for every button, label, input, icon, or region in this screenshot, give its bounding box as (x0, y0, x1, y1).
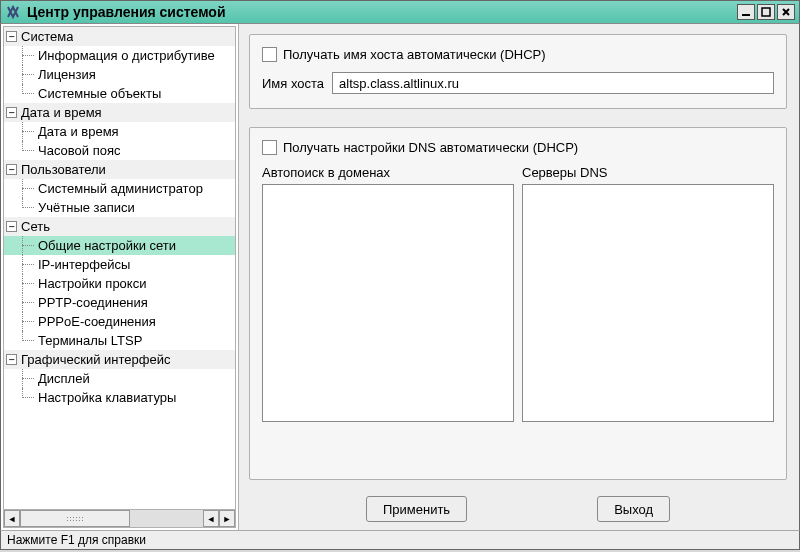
search-domains-listbox[interactable] (262, 184, 514, 422)
tree-item-label: Системные объекты (38, 86, 161, 101)
dns-servers-label: Серверы DNS (522, 165, 774, 180)
tree-item[interactable]: Учётные записи (4, 198, 235, 217)
nav-tree[interactable]: СистемаИнформация о дистрибутивеЛицензия… (3, 26, 236, 510)
tree-item[interactable]: Системный администратор (4, 179, 235, 198)
tree-item[interactable]: Системные объекты (4, 84, 235, 103)
tree-category[interactable]: Система (4, 27, 235, 46)
scroll-left2-button[interactable]: ◄ (203, 510, 219, 527)
close-button[interactable] (777, 4, 795, 20)
tree-category-label: Дата и время (21, 105, 102, 120)
tree-item-label: Настройка клавиатуры (38, 390, 176, 405)
tree-item-label: Терминалы LTSP (38, 333, 142, 348)
tree-branch-icon (18, 84, 38, 103)
tree-item[interactable]: IP-интерфейсы (4, 255, 235, 274)
dhcp-hostname-checkbox[interactable] (262, 47, 277, 62)
apply-button[interactable]: Применить (366, 496, 467, 522)
tree-item[interactable]: PPPoE-соединения (4, 312, 235, 331)
tree-item-label: Дата и время (38, 124, 119, 139)
tree-item-label: Дисплей (38, 371, 90, 386)
titlebar: Центр управления системой (0, 0, 800, 24)
tree-branch-icon (18, 65, 38, 84)
tree-item[interactable]: Настройки прокси (4, 274, 235, 293)
tree-category-label: Пользователи (21, 162, 106, 177)
scroll-right-button[interactable]: ► (219, 510, 235, 527)
tree-category-label: Система (21, 29, 73, 44)
main-panel: Получать имя хоста автоматически (DHCP) … (239, 24, 799, 530)
expand-icon[interactable] (6, 354, 17, 365)
status-help-text: Нажмите F1 для справки (7, 533, 146, 547)
tree-category-label: Графический интерфейс (21, 352, 170, 367)
svg-rect-1 (762, 8, 770, 16)
tree-item[interactable]: PPTP-соединения (4, 293, 235, 312)
tree-category[interactable]: Пользователи (4, 160, 235, 179)
tree-branch-icon (18, 141, 38, 160)
scroll-left-button[interactable]: ◄ (4, 510, 20, 527)
tree-item[interactable]: Часовой пояс (4, 141, 235, 160)
tree-item-label: Часовой пояс (38, 143, 120, 158)
search-domains-label: Автопоиск в доменах (262, 165, 514, 180)
tree-item-label: PPTP-соединения (38, 295, 148, 310)
tree-branch-icon (18, 274, 38, 293)
expand-icon[interactable] (6, 31, 17, 42)
sidebar: СистемаИнформация о дистрибутивеЛицензия… (1, 24, 239, 530)
tree-item-label: Настройки прокси (38, 276, 146, 291)
scroll-track[interactable] (20, 510, 203, 527)
statusbar: Нажмите F1 для справки (0, 530, 800, 550)
tree-branch-icon (18, 312, 38, 331)
expand-icon[interactable] (6, 221, 17, 232)
app-icon (5, 4, 21, 20)
window-title: Центр управления системой (27, 4, 735, 20)
maximize-button[interactable] (757, 4, 775, 20)
hostname-label: Имя хоста (262, 76, 324, 91)
tree-branch-icon (18, 179, 38, 198)
tree-item[interactable]: Дата и время (4, 122, 235, 141)
dhcp-hostname-label: Получать имя хоста автоматически (DHCP) (283, 47, 546, 62)
tree-item[interactable]: Информация о дистрибутиве (4, 46, 235, 65)
tree-branch-icon (18, 388, 38, 407)
hostname-group: Получать имя хоста автоматически (DHCP) … (249, 34, 787, 109)
tree-item[interactable]: Общие настройки сети (4, 236, 235, 255)
exit-button[interactable]: Выход (597, 496, 670, 522)
horizontal-scrollbar[interactable]: ◄ ◄ ► (3, 510, 236, 528)
dns-group: Получать настройки DNS автоматически (DH… (249, 127, 787, 480)
tree-item[interactable]: Настройка клавиатуры (4, 388, 235, 407)
tree-item-label: Системный администратор (38, 181, 203, 196)
scroll-thumb[interactable] (20, 510, 130, 527)
tree-branch-icon (18, 122, 38, 141)
tree-branch-icon (18, 255, 38, 274)
tree-category-label: Сеть (21, 219, 50, 234)
expand-icon[interactable] (6, 164, 17, 175)
tree-item-label: Лицензия (38, 67, 96, 82)
tree-item-label: Общие настройки сети (38, 238, 176, 253)
dhcp-dns-checkbox[interactable] (262, 140, 277, 155)
hostname-input[interactable] (332, 72, 774, 94)
tree-branch-icon (18, 46, 38, 65)
tree-item[interactable]: Терминалы LTSP (4, 331, 235, 350)
tree-branch-icon (18, 331, 38, 350)
dns-servers-listbox[interactable] (522, 184, 774, 422)
expand-icon[interactable] (6, 107, 17, 118)
tree-item-label: Учётные записи (38, 200, 135, 215)
tree-item[interactable]: Лицензия (4, 65, 235, 84)
tree-item-label: Информация о дистрибутиве (38, 48, 215, 63)
tree-category[interactable]: Дата и время (4, 103, 235, 122)
minimize-button[interactable] (737, 4, 755, 20)
tree-item-label: IP-интерфейсы (38, 257, 130, 272)
dhcp-dns-label: Получать настройки DNS автоматически (DH… (283, 140, 578, 155)
tree-item[interactable]: Дисплей (4, 369, 235, 388)
tree-branch-icon (18, 198, 38, 217)
tree-category[interactable]: Графический интерфейс (4, 350, 235, 369)
tree-branch-icon (18, 236, 38, 255)
tree-branch-icon (18, 293, 38, 312)
tree-category[interactable]: Сеть (4, 217, 235, 236)
tree-branch-icon (18, 369, 38, 388)
tree-item-label: PPPoE-соединения (38, 314, 156, 329)
